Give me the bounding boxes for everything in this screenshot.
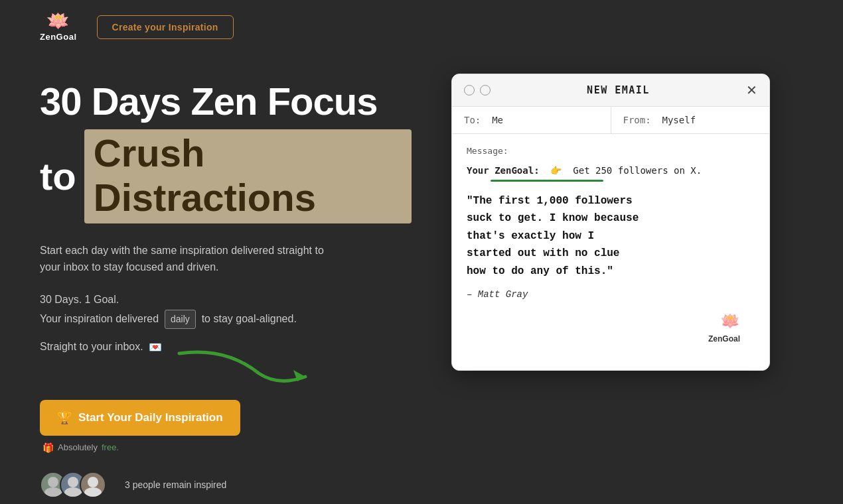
headline-line1: 30 Days Zen Focus <box>40 80 412 123</box>
cta-label: Start Your Daily Inspiration <box>78 411 223 424</box>
headline-line2: to Crush Distractions <box>40 129 412 223</box>
email-card: NEW EMAIL ✕ To: Me From: Myself Message:… <box>451 74 770 371</box>
avatar-3 <box>80 472 106 498</box>
message-label: Message: <box>467 146 755 156</box>
gift-icon: 🎁 <box>42 442 54 453</box>
header: 🪷 ZenGoal Create your Inspiration <box>0 0 843 54</box>
svg-point-4 <box>64 487 82 497</box>
create-inspiration-button[interactable]: Create your Inspiration <box>97 15 234 39</box>
window-circle-2[interactable] <box>480 85 491 95</box>
card-footer: 🪷 ZenGoal <box>467 312 755 355</box>
footer-logo-icon: 🪷 <box>720 312 740 330</box>
to-value: Me <box>492 115 503 125</box>
details-prefix: Your inspiration delivered <box>40 313 159 324</box>
social-proof-row: 3 people remain inspired <box>40 472 412 498</box>
svg-point-6 <box>84 487 102 497</box>
svg-point-5 <box>88 477 98 487</box>
free-label: Absolutely <box>58 442 98 452</box>
zengoal-line: Your ZenGoal: 👉 Get 250 followers on X. <box>467 165 755 176</box>
logo: 🪷 ZenGoal <box>40 12 77 42</box>
headline-to: to <box>40 154 76 198</box>
details-line1: 30 Days. 1 Goal. <box>40 290 412 310</box>
main-content: 30 Days Zen Focus to Crush Distractions … <box>0 54 843 498</box>
from-value: Myself <box>662 115 696 125</box>
free-word: free. <box>102 442 119 452</box>
headline-highlight: Crush Distractions <box>84 129 412 223</box>
email-fields: To: Me From: Myself <box>452 107 769 134</box>
window-controls <box>464 85 491 95</box>
from-field: From: Myself <box>611 107 770 133</box>
avatar-stack <box>40 472 106 498</box>
subtext: Start each day with the same inspiration… <box>40 242 325 276</box>
daily-badge: daily <box>165 310 196 329</box>
goal-text: Get 250 followers on X. <box>573 165 702 176</box>
footer-logo-text: ZenGoal <box>708 334 740 344</box>
close-button[interactable]: ✕ <box>746 84 757 97</box>
details-line2: Your inspiration delivered daily to stay… <box>40 310 412 329</box>
left-section: 30 Days Zen Focus to Crush Distractions … <box>40 67 412 498</box>
arrow-svg <box>173 340 319 393</box>
start-inspiration-button[interactable]: 🏆 Start Your Daily Inspiration <box>40 400 240 436</box>
inspired-count: 3 people remain inspired <box>125 479 226 490</box>
window-circle-1[interactable] <box>464 85 475 95</box>
svg-point-2 <box>44 487 62 497</box>
author-line: – Matt Gray <box>467 289 755 300</box>
to-field: To: Me <box>452 107 611 133</box>
svg-point-3 <box>68 477 78 487</box>
to-label: To: <box>464 115 481 125</box>
details: 30 Days. 1 Goal. Your inspiration delive… <box>40 290 412 329</box>
trophy-icon: 🏆 <box>57 410 72 425</box>
goal-underline <box>491 180 603 182</box>
quote-block: "The first 1,000 followers suck to get. … <box>467 192 755 280</box>
email-titlebar: NEW EMAIL ✕ <box>452 74 769 107</box>
logo-icon: 🪷 <box>46 12 70 31</box>
cta-area: 🏆 Start Your Daily Inspiration 🎁 Absolut… <box>40 400 412 453</box>
logo-text: ZenGoal <box>40 32 77 42</box>
svg-point-1 <box>48 477 58 487</box>
details-suffix: to stay goal-aligned. <box>202 313 297 324</box>
email-body: Message: Your ZenGoal: 👉 Get 250 followe… <box>452 134 769 370</box>
goal-emoji: 👉 <box>550 165 562 176</box>
arrow-decoration <box>40 340 412 393</box>
email-title: NEW EMAIL <box>587 84 650 96</box>
right-section: NEW EMAIL ✕ To: Me From: Myself Message:… <box>451 67 803 371</box>
from-label: From: <box>623 115 651 125</box>
zengoal-label: Your ZenGoal: <box>467 165 540 176</box>
free-text: 🎁 Absolutely free. <box>40 442 412 453</box>
